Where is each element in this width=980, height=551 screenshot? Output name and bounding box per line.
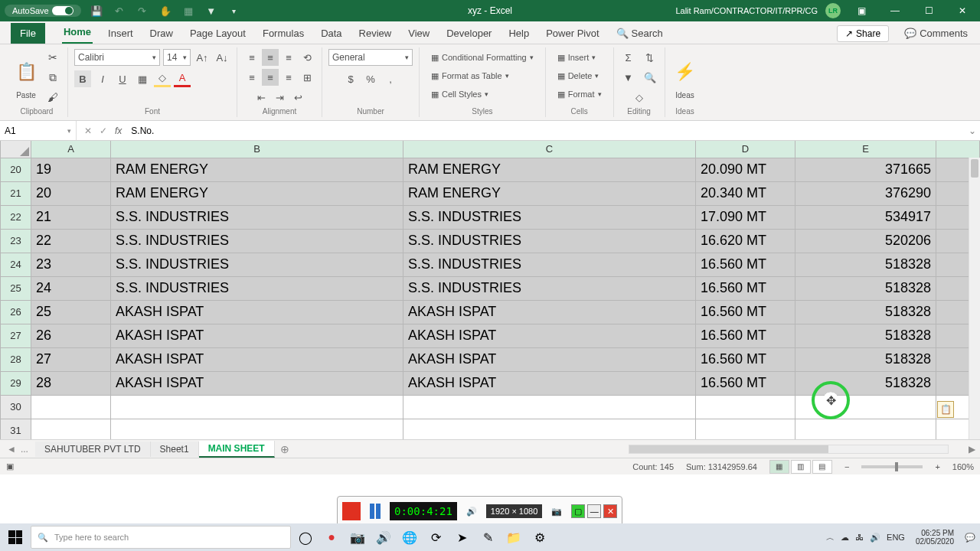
cell[interactable]: 518328 xyxy=(795,324,936,347)
tab-file[interactable]: File xyxy=(11,23,45,44)
cell[interactable]: 27 xyxy=(31,347,111,371)
cell[interactable]: 16.560 MT xyxy=(696,371,795,395)
qat-more-icon[interactable]: ▾ xyxy=(227,3,242,18)
increase-indent-icon[interactable]: ⇥ xyxy=(271,89,288,106)
cell[interactable]: 518328 xyxy=(795,253,936,276)
cell[interactable]: 16.560 MT xyxy=(696,253,795,276)
cell[interactable]: 20 xyxy=(31,181,111,205)
cell[interactable]: S.S. INDUSTRIES xyxy=(403,276,696,300)
tray-onedrive-icon[interactable]: ☁ xyxy=(841,533,849,543)
cell[interactable]: 534917 xyxy=(795,205,936,229)
increase-font-icon[interactable]: A↑ xyxy=(194,49,211,66)
cell[interactable]: 16.560 MT xyxy=(696,324,795,347)
tray-notifications-icon[interactable]: 💬 xyxy=(965,533,975,543)
taskbar-search[interactable]: 🔍Type here to search xyxy=(31,526,291,549)
align-middle-icon[interactable]: ≡ xyxy=(262,49,279,66)
bold-button[interactable]: B xyxy=(74,70,91,87)
cell[interactable]: AKASH ISPAT xyxy=(111,324,403,347)
orientation-icon[interactable]: ⟲ xyxy=(299,49,315,66)
cell[interactable]: 16.560 MT xyxy=(696,276,795,300)
autosum-icon[interactable]: Σ xyxy=(620,49,637,66)
view-page-break-icon[interactable]: ▤ xyxy=(812,460,832,474)
format-painter-icon[interactable]: 🖌 xyxy=(44,89,61,106)
cell[interactable]: 23 xyxy=(31,253,111,276)
tab-power-pivot[interactable]: Power Pivot xyxy=(544,23,600,44)
add-sheet-icon[interactable]: ⊕ xyxy=(275,443,295,455)
col-header-rest[interactable] xyxy=(936,141,980,158)
cell[interactable]: RAM ENERGY xyxy=(111,181,403,205)
delete-cells-button[interactable]: ▦Delete▾ xyxy=(552,67,605,84)
vertical-scrollbar[interactable] xyxy=(969,158,980,439)
cut-icon[interactable]: ✂ xyxy=(44,49,61,66)
touch-icon[interactable]: ✋ xyxy=(158,3,173,18)
cell[interactable]: 21 xyxy=(31,205,111,229)
col-header-d[interactable]: D xyxy=(696,141,795,158)
table-row[interactable]: 2726AKASH ISPATAKASH ISPAT16.560 MT51832… xyxy=(1,324,980,347)
cell[interactable]: S.S. INDUSTRIES xyxy=(403,205,696,229)
cell[interactable]: RAM ENERGY xyxy=(111,158,403,181)
select-all-corner[interactable] xyxy=(1,141,31,158)
table-row[interactable]: 2625AKASH ISPATAKASH ISPAT16.560 MT51832… xyxy=(1,300,980,324)
close-icon[interactable]: ✕ xyxy=(949,2,975,20)
find-icon[interactable]: 🔍 xyxy=(642,69,658,86)
ribbon-display-icon[interactable]: ▣ xyxy=(848,2,874,20)
task-record-icon[interactable]: ● xyxy=(320,526,343,549)
cell[interactable]: AKASH ISPAT xyxy=(111,347,403,371)
start-button[interactable] xyxy=(0,523,31,551)
tab-formulas[interactable]: Formulas xyxy=(261,23,305,44)
format-as-table-button[interactable]: ▦Format as Table▾ xyxy=(426,67,514,84)
recorder-fullscreen-icon[interactable]: ▢ xyxy=(571,504,585,518)
cell[interactable]: AKASH ISPAT xyxy=(403,324,696,347)
tab-insert[interactable]: Insert xyxy=(106,23,135,44)
redo-icon[interactable]: ↷ xyxy=(135,3,150,18)
cell[interactable]: AKASH ISPAT xyxy=(403,347,696,371)
user-avatar[interactable]: LR xyxy=(825,3,841,18)
fill-color-icon[interactable]: ◇ xyxy=(154,70,171,87)
row-header[interactable]: 29 xyxy=(1,371,31,395)
row-header[interactable]: 22 xyxy=(1,205,31,229)
cell-styles-button[interactable]: ▦Cell Styles▾ xyxy=(426,86,494,103)
task-camera-icon[interactable]: 📷 xyxy=(346,526,369,549)
tab-developer[interactable]: Developer xyxy=(445,23,493,44)
cell[interactable]: S.S. INDUSTRIES xyxy=(111,276,403,300)
clear-content-icon[interactable]: ◇ xyxy=(631,89,648,106)
tab-nav-prev-icon[interactable]: ◄ xyxy=(7,444,16,455)
row-header[interactable]: 23 xyxy=(1,229,31,253)
tray-expand-icon[interactable]: ︿ xyxy=(826,532,835,543)
conditional-formatting-button[interactable]: ▦Conditional Formatting▾ xyxy=(426,49,539,66)
align-top-icon[interactable]: ≡ xyxy=(243,49,260,66)
tell-me-search[interactable]: 🔍Search xyxy=(615,23,665,44)
font-color-icon[interactable]: A xyxy=(174,70,191,87)
undo-icon[interactable]: ↶ xyxy=(112,3,127,18)
align-bottom-icon[interactable]: ≡ xyxy=(280,49,297,66)
tab-help[interactable]: Help xyxy=(507,23,531,44)
tab-draw[interactable]: Draw xyxy=(149,23,175,44)
percent-icon[interactable]: % xyxy=(362,70,379,87)
task-globe-icon[interactable]: 🌐 xyxy=(398,526,421,549)
currency-icon[interactable]: $ xyxy=(342,70,359,87)
row-header[interactable]: 21 xyxy=(1,181,31,205)
table-row[interactable]: 2120RAM ENERGYRAM ENERGY20.340 MT376290 xyxy=(1,181,980,205)
row-header[interactable]: 28 xyxy=(1,347,31,371)
merge-icon[interactable]: ⊞ xyxy=(299,69,315,86)
cell[interactable]: 16.620 MT xyxy=(696,229,795,253)
zoom-level[interactable]: 160% xyxy=(952,462,974,471)
tab-page-layout[interactable]: Page Layout xyxy=(188,23,247,44)
col-header-c[interactable]: C xyxy=(403,141,696,158)
borders-icon[interactable]: ▦ xyxy=(134,70,151,87)
copy-icon[interactable]: ⧉ xyxy=(44,69,61,86)
underline-button[interactable]: U xyxy=(114,70,131,87)
insert-cells-button[interactable]: ▦Insert▾ xyxy=(552,49,602,66)
tab-view[interactable]: View xyxy=(407,23,431,44)
minimize-icon[interactable]: — xyxy=(882,2,908,20)
table-row[interactable]: 30 xyxy=(1,395,980,419)
paste-icon[interactable]: 📋 xyxy=(12,56,40,88)
task-gear-icon[interactable]: ⚙ xyxy=(528,526,551,549)
row-header[interactable]: 27 xyxy=(1,324,31,347)
comments-button[interactable]: 💬Comments xyxy=(903,23,969,44)
cell[interactable]: 20.340 MT xyxy=(696,181,795,205)
cell[interactable]: AKASH ISPAT xyxy=(403,300,696,324)
tray-network-icon[interactable]: 🖧 xyxy=(855,533,864,542)
maximize-icon[interactable]: ☐ xyxy=(916,2,942,20)
tray-volume-icon[interactable]: 🔊 xyxy=(870,533,880,543)
